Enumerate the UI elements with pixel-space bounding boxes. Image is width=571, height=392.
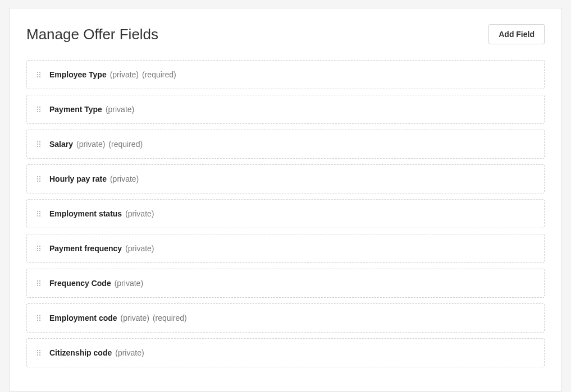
field-name-label: Payment frequency — [49, 244, 122, 253]
drag-handle-icon[interactable] — [36, 246, 42, 251]
field-row[interactable]: Payment frequency(private) — [26, 234, 545, 263]
field-name-label: Payment Type — [49, 105, 102, 114]
drag-handle-icon[interactable] — [36, 211, 42, 216]
private-tag: (private) — [106, 105, 134, 114]
field-row[interactable]: Payment Type(private) — [26, 95, 545, 124]
required-tag: (required) — [153, 313, 187, 322]
field-row[interactable]: Salary(private)(required) — [26, 130, 545, 159]
private-tag: (private) — [110, 174, 139, 183]
field-name-label: Salary — [49, 140, 73, 149]
field-name-label: Frequency Code — [49, 279, 111, 288]
field-name-label: Hourly pay rate — [49, 174, 107, 183]
private-tag: (private) — [76, 140, 105, 149]
field-row[interactable]: Hourly pay rate(private) — [26, 164, 545, 193]
field-list: Employee Type(private)(required)Payment … — [26, 60, 545, 367]
private-tag: (private) — [110, 70, 139, 79]
drag-handle-icon[interactable] — [36, 280, 42, 286]
drag-handle-icon[interactable] — [36, 176, 42, 182]
required-tag: (required) — [142, 70, 176, 79]
field-row[interactable]: Employee Type(private)(required) — [26, 60, 545, 89]
private-tag: (private) — [121, 313, 149, 322]
add-field-button[interactable]: Add Field — [488, 24, 545, 44]
required-tag: (required) — [108, 140, 143, 149]
drag-handle-icon[interactable] — [36, 107, 42, 112]
private-tag: (private) — [125, 209, 154, 218]
drag-handle-icon[interactable] — [36, 72, 42, 77]
field-name-label: Employment code — [49, 313, 117, 322]
drag-handle-icon[interactable] — [36, 141, 42, 147]
drag-handle-icon[interactable] — [36, 350, 42, 356]
page-title: Manage Offer Fields — [26, 26, 158, 43]
field-row[interactable]: Employment code(private)(required) — [26, 303, 545, 333]
private-tag: (private) — [115, 348, 144, 357]
private-tag: (private) — [125, 244, 154, 253]
private-tag: (private) — [115, 279, 143, 288]
field-name-label: Employment status — [49, 209, 122, 218]
field-name-label: Citizenship code — [49, 348, 112, 357]
field-row[interactable]: Employment status(private) — [26, 199, 545, 228]
offer-fields-panel: Manage Offer Fields Add Field Employee T… — [9, 8, 562, 392]
field-row[interactable]: Citizenship code(private) — [26, 338, 545, 367]
panel-header: Manage Offer Fields Add Field — [26, 24, 545, 44]
field-row[interactable]: Frequency Code(private) — [26, 269, 545, 298]
drag-handle-icon[interactable] — [36, 315, 42, 321]
field-name-label: Employee Type — [49, 70, 107, 79]
